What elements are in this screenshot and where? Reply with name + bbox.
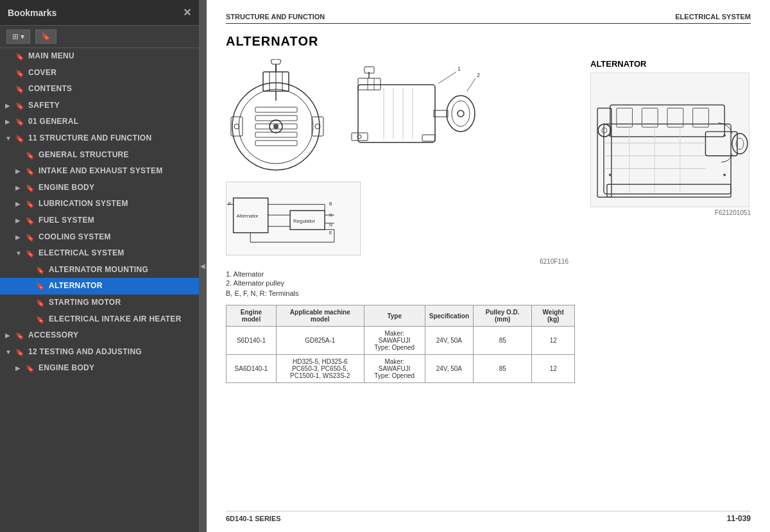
type-cell: Maker: SAWAFUJIType: Opened <box>364 355 425 383</box>
sidebar-item-cover[interactable]: 🔖 COVER <box>0 65 199 82</box>
sidebar-item-11-structure[interactable]: ▼ 🔖 11 STRUCTURE AND FUNCTION <box>0 130 199 147</box>
svg-rect-6 <box>255 141 297 146</box>
spec-table: Engine model Applicable machine model Ty… <box>226 305 575 383</box>
col-pulley-od: Pulley O.D. (mm) <box>474 305 532 327</box>
spacer <box>371 182 575 255</box>
svg-text:1: 1 <box>458 65 461 72</box>
page-number: 11-039 <box>727 514 751 523</box>
svg-text:Regulator: Regulator <box>293 218 315 224</box>
svg-rect-37 <box>422 135 435 141</box>
spec-cell: 24V, 50A <box>425 327 473 355</box>
bookmark-tool-button[interactable]: 🔖 <box>35 30 56 44</box>
svg-text:Alternator: Alternator <box>237 213 259 219</box>
svg-rect-35 <box>352 133 368 141</box>
bookmark-icon: 🔖 <box>36 298 45 307</box>
sidebar-item-main-menu[interactable]: 🔖 MAIN MENU <box>0 48 199 65</box>
collapse-handle[interactable]: ◀ <box>199 0 207 532</box>
bookmark-icon: 🔖 <box>15 117 24 126</box>
legend-item-2: 2. Alternator pulley <box>226 279 575 287</box>
sidebar-item-general-structure[interactable]: 🔖 GENERAL STRUCTURE <box>0 147 199 164</box>
expand-icon: ▶ <box>15 167 24 175</box>
bookmark-icon: 🔖 <box>36 266 45 275</box>
bookmark-icon: 🔖 <box>36 315 45 324</box>
sidebar-item-label: ACCESSORY <box>28 330 194 341</box>
type-cell: Maker: SAWAFUJIType: Opened <box>364 327 425 355</box>
sidebar-item-label: ELECTRICAL INTAKE AIR HEATER <box>49 314 194 325</box>
expand-icon: ▶ <box>5 101 14 110</box>
bookmarks-tree: 🔖 MAIN MENU 🔖 COVER 🔖 CONTENTS ▶ 🔖 SAFET… <box>0 48 199 532</box>
sidebar-item-contents[interactable]: 🔖 CONTENTS <box>0 81 199 98</box>
close-button[interactable]: ✕ <box>183 6 191 19</box>
svg-point-79 <box>602 128 607 133</box>
diagram-row-top: 1 2 <box>226 59 575 178</box>
sidebar-item-label: GENERAL STRUCTURE <box>38 150 194 160</box>
sidebar-item-lubrication[interactable]: ▶ 🔖 LUBRICATION SYSTEM <box>0 196 199 212</box>
alternator-engine-diagram <box>590 73 751 207</box>
section-title: ALTERNATOR <box>226 34 751 49</box>
expand-icon: ▶ <box>15 216 24 225</box>
left-column: 1 2 <box>226 59 575 383</box>
bookmark-icon: 🔖 <box>26 233 35 242</box>
col-specification: Specification <box>425 305 473 327</box>
sidebar-item-fuel-system[interactable]: ▶ 🔖 FUEL SYSTEM <box>0 212 199 229</box>
spec-cell: 24V, 50A <box>425 355 473 383</box>
bookmark-icon: 🔖 <box>26 151 35 160</box>
sidebar-item-accessory[interactable]: ▶ 🔖 ACCESSORY <box>0 327 199 344</box>
sidebar-item-01-general[interactable]: ▶ 🔖 01 GENERAL <box>0 114 199 130</box>
bookmark-icon: 🔖 <box>15 52 24 61</box>
table-row: S6D140-1 GD825A-1 Maker: SAWAFUJIType: O… <box>227 327 575 355</box>
series-label: 6D140-1 SERIES <box>226 515 281 522</box>
machine-model-cell: HD325-5, HD325-6PC650-3, PC650-5,PC1500-… <box>276 355 364 383</box>
sidebar-item-intake-exhaust[interactable]: ▶ 🔖 INTAKE AND EXHAUST SYSTEM <box>0 163 199 180</box>
header-right: ELECTRICAL SYSTEM <box>675 13 751 21</box>
svg-line-20 <box>438 72 456 83</box>
sidebar-item-safety[interactable]: ▶ 🔖 SAFETY <box>0 98 199 114</box>
sidebar-item-electrical-intake[interactable]: 🔖 ELECTRICAL INTAKE AIR HEATER <box>0 311 199 328</box>
sidebar-item-label: ENGINE BODY <box>38 363 194 373</box>
sidebar-item-engine-body-1[interactable]: ▶ 🔖 ENGINE BODY <box>0 180 199 196</box>
engine-model-cell: SA6D140-1 <box>227 355 277 383</box>
sidebar: Bookmarks ✕ ⊞ ▾ 🔖 🔖 MAIN MENU 🔖 COVER 🔖 … <box>0 0 199 532</box>
svg-text:B: B <box>329 202 332 206</box>
table-row: SA6D140-1 HD325-5, HD325-6PC650-3, PC650… <box>227 355 575 383</box>
svg-rect-16 <box>312 117 323 136</box>
legend: 1. Alternator 2. Alternator pulley B, E,… <box>226 270 575 297</box>
sidebar-item-label: FUEL SYSTEM <box>38 216 194 226</box>
bookmark-icon: 🔖 <box>15 101 24 110</box>
svg-rect-61 <box>604 124 731 194</box>
expand-icon: ▶ <box>15 184 24 192</box>
sidebar-item-label: INTAKE AND EXHAUST SYSTEM <box>38 166 194 176</box>
svg-point-83 <box>723 173 726 176</box>
expand-icon: ▶ <box>15 364 24 372</box>
weight-cell: 12 <box>532 327 575 355</box>
sidebar-item-label: STARTING MOTOR <box>49 298 194 308</box>
bookmark-icon: 🔖 <box>26 167 35 176</box>
sidebar-item-alternator[interactable]: 🔖 ALTERNATOR <box>0 278 199 295</box>
sidebar-item-cooling-system[interactable]: ▶ 🔖 COOLING SYSTEM <box>0 229 199 246</box>
sidebar-title: Bookmarks <box>8 8 56 18</box>
sidebar-item-electrical-system[interactable]: ▼ 🔖 ELECTRICAL SYSTEM <box>0 245 199 262</box>
bookmark-icon: 🔖 <box>15 348 24 357</box>
col-type: Type <box>364 305 425 327</box>
sidebar-item-label: MAIN MENU <box>28 51 194 62</box>
view-options-button[interactable]: ⊞ ▾ <box>6 30 30 44</box>
bookmark-icon: 🔖 <box>15 134 24 143</box>
weight-cell: 12 <box>532 355 575 383</box>
sidebar-item-label: 01 GENERAL <box>28 117 194 127</box>
sidebar-item-12-testing[interactable]: ▼ 🔖 12 TESTING AND ADJUSTING <box>0 344 199 361</box>
alternator-front-diagram <box>226 59 329 178</box>
sidebar-item-starting-motor[interactable]: 🔖 STARTING MOTOR <box>0 295 199 311</box>
content-area: 1 2 <box>226 59 751 383</box>
svg-rect-27 <box>434 110 448 117</box>
bookmark-icon: 🔖 <box>26 216 35 225</box>
svg-point-78 <box>598 124 611 137</box>
sidebar-item-alternator-mounting[interactable]: 🔖 ALTERNATOR MOUNTING <box>0 262 199 279</box>
svg-point-8 <box>273 124 278 129</box>
svg-rect-76 <box>607 184 731 197</box>
sidebar-item-engine-body-2[interactable]: ▶ 🔖 ENGINE BODY <box>0 360 199 377</box>
expand-icon: ▼ <box>5 134 14 142</box>
svg-text:F: F <box>228 202 231 206</box>
page-footer: 6D140-1 SERIES 11-039 <box>226 511 751 523</box>
svg-point-68 <box>732 133 748 154</box>
machine-model-cell: GD825A-1 <box>276 327 364 355</box>
